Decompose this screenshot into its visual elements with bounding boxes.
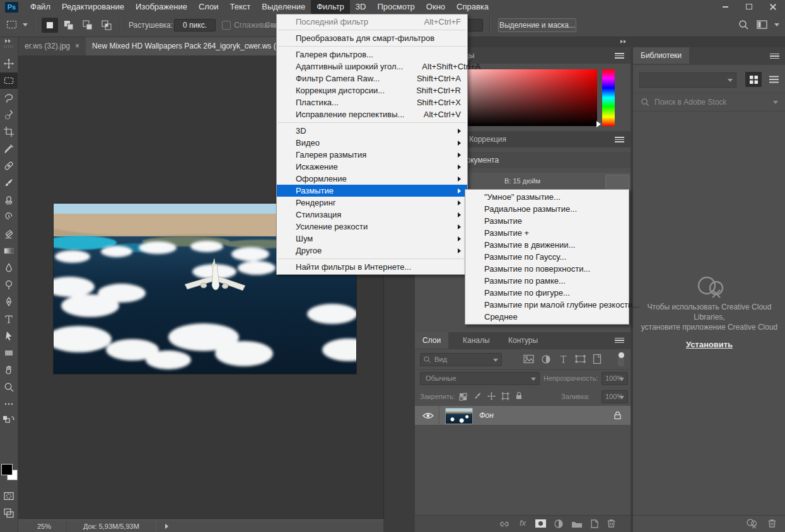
hue-slider-marker[interactable] [596, 121, 601, 127]
menubar-item-window[interactable]: Окно [421, 0, 451, 14]
tool-healing-brush[interactable] [0, 158, 18, 174]
grid-view-button[interactable] [745, 72, 762, 87]
layer-filter-type-dropdown[interactable]: Вид [420, 353, 502, 366]
menubar-item-help[interactable]: Справка [451, 0, 494, 14]
menu-item-sharpen[interactable]: Усиление резкости [277, 221, 467, 233]
tool-hand[interactable] [0, 362, 18, 378]
search-chevron-icon[interactable] [773, 101, 778, 104]
menu-item-blur[interactable]: Размытие [277, 185, 467, 197]
blend-mode-dropdown[interactable]: Обычные [420, 372, 540, 385]
maximize-button[interactable] [737, 0, 761, 13]
properties-field-button[interactable] [605, 175, 629, 190]
layer-row-background[interactable]: Фон [415, 406, 631, 425]
minimize-button[interactable] [713, 0, 737, 13]
collapse-panels-icon[interactable] [620, 40, 626, 43]
tab-adjustments[interactable]: Коррекция [462, 131, 514, 147]
foreground-background-colors[interactable] [1, 464, 18, 482]
select-and-mask-button[interactable]: Выделение и маска... [498, 18, 576, 32]
fill-input[interactable]: 100% [602, 390, 628, 403]
document-tab-active[interactable]: New Mixed HD Wallpapers Pack 264_igoryk_… [86, 37, 291, 55]
swap-colors-icon[interactable] [0, 413, 18, 425]
panel-menu-icon[interactable] [615, 137, 624, 142]
smoothing-checkbox[interactable] [222, 21, 231, 30]
menu-item-3d[interactable]: 3D [277, 125, 467, 137]
menu-item-last-filter[interactable]: Последний фильтрAlt+Ctrl+F [277, 16, 467, 28]
lock-transparency-icon[interactable] [459, 392, 467, 403]
filter-smart-objects-icon[interactable] [593, 354, 602, 367]
tab-layers[interactable]: Слои [415, 332, 448, 349]
tool-blur[interactable] [0, 260, 18, 276]
tool-eyedropper[interactable] [0, 141, 18, 157]
tool-quick-selection[interactable] [0, 107, 18, 123]
tool-path-selection[interactable] [0, 328, 18, 344]
filter-type-layers-icon[interactable] [559, 354, 568, 366]
install-link[interactable]: Установить [633, 340, 785, 349]
submenu-item-average[interactable]: Среднее [465, 311, 629, 323]
tool-eraser[interactable] [0, 226, 18, 242]
menubar-item-layers[interactable]: Слои [193, 0, 224, 14]
delete-library-item-icon[interactable] [767, 518, 777, 531]
panel-menu-icon[interactable] [770, 54, 779, 59]
opacity-input[interactable]: 100% [602, 372, 628, 385]
menu-item-lens-correction[interactable]: Коррекция дисторсии...Shift+Ctrl+R [277, 84, 467, 96]
menu-item-filter-gallery[interactable]: Галерея фильтров... [277, 49, 467, 61]
tool-zoom[interactable] [0, 379, 18, 395]
menubar-item-edit[interactable]: Редактирование [56, 0, 130, 14]
delete-layer-icon[interactable] [607, 518, 616, 531]
lock-all-icon[interactable] [515, 391, 523, 403]
tool-more-tools[interactable] [0, 396, 18, 412]
submenu-item-blur-more[interactable]: Размытие + [465, 227, 629, 239]
search-icon[interactable] [738, 19, 749, 32]
panel-menu-icon[interactable] [615, 338, 624, 344]
tool-brush[interactable] [0, 175, 18, 191]
new-selection-button[interactable] [42, 18, 58, 33]
tool-pen[interactable] [0, 294, 18, 310]
menu-item-render[interactable]: Рендеринг [277, 197, 467, 209]
menubar-item-view[interactable]: Просмотр [371, 0, 420, 14]
tool-preset-button[interactable] [6, 20, 19, 32]
workspace-chevron-icon[interactable] [774, 23, 779, 26]
tool-gradient[interactable] [0, 243, 18, 259]
add-mask-icon[interactable] [535, 519, 547, 531]
tool-crop[interactable] [0, 124, 18, 140]
submenu-item-blur[interactable]: Размытие [465, 215, 629, 227]
tool-type[interactable] [0, 311, 18, 327]
panel-menu-icon[interactable] [615, 53, 624, 59]
tool-history-brush[interactable] [0, 209, 18, 225]
submenu-item-box-blur[interactable]: Размытие по рамке... [465, 275, 629, 287]
tab-channels[interactable]: Каналы [455, 332, 497, 349]
submenu-item-lens-blur[interactable]: Размытие при малой глубине резкости... [465, 299, 629, 311]
tab-paths[interactable]: Контуры [501, 332, 545, 349]
layer-lock-icon[interactable] [613, 410, 622, 422]
menu-item-stylize[interactable]: Стилизация [277, 209, 467, 221]
submenu-item-surface-blur[interactable]: Размытие по поверхности... [465, 263, 629, 275]
new-group-icon[interactable] [571, 519, 583, 531]
tool-shape[interactable] [0, 345, 18, 361]
menubar-item-type[interactable]: Текст [224, 0, 257, 14]
menu-item-liquify[interactable]: Пластика...Shift+Ctrl+X [277, 96, 467, 108]
link-layers-icon[interactable] [499, 519, 510, 531]
filter-adjustment-layers-icon[interactable] [541, 354, 551, 367]
menu-item-browse-filters-online[interactable]: Найти фильтры в Интернете... [277, 261, 467, 273]
workspace-icon[interactable] [757, 20, 768, 31]
tab-libraries[interactable]: Библиотеки [633, 47, 689, 64]
layer-thumbnail[interactable] [445, 408, 473, 424]
menu-item-pixelate[interactable]: Оформление [277, 173, 467, 185]
stock-search-input[interactable]: Поиск в Adobe Stock [654, 98, 726, 107]
submenu-item-shape-blur[interactable]: Размытие по фигуре... [465, 287, 629, 299]
tool-rectangular-marquee[interactable] [0, 72, 18, 89]
menu-item-camera-raw[interactable]: Фильтр Camera Raw...Shift+Ctrl+A [277, 72, 467, 84]
tool-dodge[interactable] [0, 277, 18, 293]
document-tab[interactable]: er.ws (32).jpg× [18, 37, 86, 55]
new-layer-icon[interactable] [589, 518, 598, 531]
intersect-selection-button[interactable] [98, 18, 115, 33]
menu-item-distort[interactable]: Искажение [277, 161, 467, 173]
menu-item-vanishing-point[interactable]: Исправление перспективы...Alt+Ctrl+V [277, 108, 467, 120]
menubar-item-image[interactable]: Изображение [130, 0, 193, 14]
menubar-item-file[interactable]: Файл [25, 0, 56, 14]
menu-item-adaptive-wide-angle[interactable]: Адаптивный широкий угол...Alt+Shift+Ctrl… [277, 61, 467, 72]
quick-mask-button[interactable] [0, 488, 18, 504]
lock-position-icon[interactable] [487, 391, 496, 403]
submenu-item-smart-blur[interactable]: "Умное" размытие... [465, 191, 629, 203]
submenu-item-radial-blur[interactable]: Радиальное размытие... [465, 203, 629, 215]
